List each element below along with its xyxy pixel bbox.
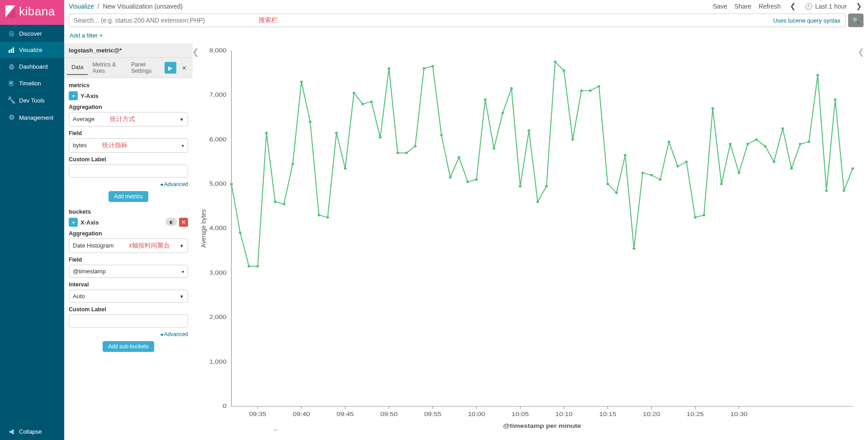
metric-custom-label: Custom Label <box>69 156 188 163</box>
nav-visualize[interactable]: Visualize <box>0 42 64 58</box>
nav-label: Management <box>19 114 53 121</box>
nav-label: Discover <box>19 30 42 37</box>
svg-rect-2 <box>13 47 14 53</box>
svg-rect-1 <box>11 49 12 53</box>
gear-icon: ⚙ <box>5 113 17 122</box>
tab-panel-settings[interactable]: Panel Settings <box>127 58 165 78</box>
search-input[interactable] <box>74 17 773 24</box>
metric-agg-select[interactable]: Average 统计方式 ▼ <box>69 112 188 126</box>
svg-text:3,000: 3,000 <box>209 269 226 276</box>
search-button[interactable]: 🔍 <box>848 14 863 27</box>
metric-adv-text: Advanced <box>164 181 188 187</box>
svg-point-109 <box>851 167 854 169</box>
svg-point-90 <box>685 160 688 163</box>
scroll-top-icon[interactable]: ⌃ <box>272 427 279 437</box>
nav-management[interactable]: ⚙ Management <box>0 109 64 126</box>
nav-discover[interactable]: ◎ Discover <box>0 25 64 42</box>
plus-icon: + <box>99 32 103 39</box>
time-prev[interactable]: ❮ <box>788 2 797 10</box>
bucket-interval-select[interactable]: Auto ▼ <box>69 290 188 303</box>
svg-point-91 <box>694 216 697 218</box>
search-icon: 🔍 <box>852 17 860 24</box>
breadcrumb-root[interactable]: Visualize <box>69 3 94 10</box>
xaxis-toggle[interactable]: ▾ <box>69 218 78 227</box>
apply-button[interactable]: ▶ <box>165 62 176 74</box>
svg-text:10:25: 10:25 <box>687 411 704 417</box>
nav-label: Visualize <box>19 47 42 53</box>
play-icon: ▶ <box>168 65 173 71</box>
bucket-field-select[interactable]: @timestamp ▾ <box>69 265 188 278</box>
svg-point-57 <box>396 152 399 154</box>
svg-point-84 <box>632 247 635 249</box>
metric-field-select[interactable]: bytes 统计指标 ▾ <box>69 138 188 153</box>
tab-metrics-axes[interactable]: Metrics & Axes <box>88 58 127 78</box>
svg-point-92 <box>703 214 705 216</box>
svg-point-79 <box>589 89 591 92</box>
time-picker[interactable]: 🕘 Last 1 hour <box>805 3 847 10</box>
tab-data[interactable]: Data <box>67 61 88 75</box>
time-next[interactable]: ❯ <box>854 2 863 10</box>
svg-point-73 <box>536 201 539 203</box>
timerange-text: Last 1 hour <box>815 3 847 10</box>
save-action[interactable]: Save <box>713 3 727 10</box>
svg-point-42 <box>265 131 268 134</box>
wrench-icon: 🔧 <box>5 96 17 104</box>
share-action[interactable]: Share <box>735 3 751 10</box>
nav-devtools[interactable]: 🔧 Dev Tools <box>0 92 64 109</box>
config-panel: logstash_metric@* ❮ Data Metrics & Axes … <box>64 43 193 440</box>
kibana-logo[interactable]: kibana <box>0 0 64 25</box>
bucket-advanced-link[interactable]: ◂ Advanced <box>69 331 188 337</box>
bar-chart-icon <box>5 47 17 53</box>
bucket-interval-value: Auto <box>73 293 85 300</box>
add-metrics-button[interactable]: Add metrics <box>108 191 148 202</box>
metric-advanced-link[interactable]: ◂ Advanced <box>69 181 188 187</box>
svg-point-59 <box>414 145 416 147</box>
metric-field-value: bytes <box>73 142 87 149</box>
metric-custom-input[interactable] <box>69 164 188 178</box>
nav-dashboard[interactable]: ◍ Dashboard <box>0 58 64 75</box>
xaxis-delete[interactable]: ✕ <box>179 218 188 227</box>
svg-point-103 <box>799 143 802 145</box>
bucket-custom-input[interactable] <box>69 314 188 328</box>
refresh-action[interactable]: Refresh <box>759 3 781 10</box>
yaxis-toggle[interactable]: ▾ <box>69 91 78 100</box>
svg-text:8,000: 8,000 <box>209 48 226 53</box>
xaxis-visibility-toggle[interactable]: ◐ <box>165 218 177 226</box>
breadcrumb-current: New Visualization (unsaved) <box>103 3 182 10</box>
syntax-link[interactable]: Uses lucene query syntax <box>773 17 840 24</box>
svg-text:10:15: 10:15 <box>599 411 616 417</box>
yaxis-label: Y-Axis <box>80 93 99 99</box>
add-sub-buckets-button[interactable]: Add sub-buckets <box>103 341 154 352</box>
svg-point-55 <box>379 136 382 138</box>
bucket-adv-text: Advanced <box>164 331 188 337</box>
expand-chart-icon[interactable]: ❮ <box>858 47 864 57</box>
index-pattern-header[interactable]: logstash_metric@* ❮ <box>64 43 193 58</box>
svg-point-58 <box>405 152 408 154</box>
nav-label: Dev Tools <box>19 97 45 104</box>
line-chart: 01,0002,0003,0004,0005,0006,0007,0008,00… <box>197 48 859 431</box>
nav-label: Dashboard <box>19 63 48 70</box>
svg-text:10:10: 10:10 <box>555 411 572 417</box>
metric-agg-label: Aggregation <box>69 104 188 110</box>
gauge-icon: ◍ <box>5 62 17 70</box>
svg-point-45 <box>291 163 294 165</box>
add-filter-link[interactable]: Add a filter + <box>70 32 103 39</box>
svg-point-68 <box>493 147 495 150</box>
bucket-agg-value: Date Histogram <box>73 242 113 249</box>
svg-point-100 <box>773 160 775 163</box>
svg-point-102 <box>790 167 793 169</box>
svg-text:2,000: 2,000 <box>209 314 226 320</box>
discard-button[interactable]: ✕ <box>178 62 190 74</box>
svg-text:@timestamp per minute: @timestamp per minute <box>503 422 581 429</box>
metric-agg-annot: 统计方式 <box>110 115 135 122</box>
nav-collapse[interactable]: ◀ Collapse <box>0 423 64 440</box>
topbar: Visualize / New Visualization (unsaved) … <box>64 0 868 14</box>
svg-point-63 <box>449 176 452 178</box>
nav-items: ◎ Discover Visualize ◍ Dashboard ⛨ Timel… <box>0 25 64 423</box>
nav-timelion[interactable]: ⛨ Timelion <box>0 75 64 92</box>
bucket-agg-select[interactable]: Date Histogram x轴按时间聚合 ▼ <box>69 239 188 253</box>
bucket-field-value: @timestamp <box>73 268 106 275</box>
svg-point-101 <box>781 127 784 130</box>
svg-point-74 <box>545 185 548 187</box>
svg-point-61 <box>431 65 434 67</box>
